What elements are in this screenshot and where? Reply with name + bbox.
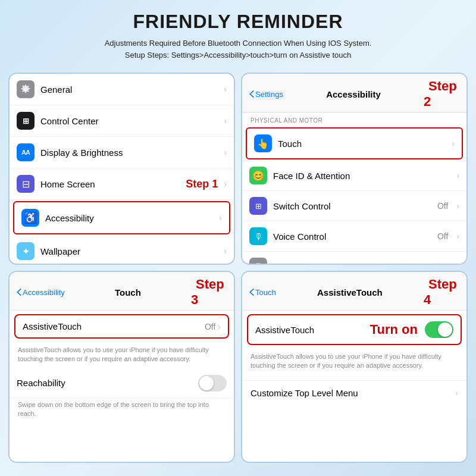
list-item[interactable]: ⊞ Control Center › — [10, 105, 234, 137]
customize-item[interactable]: Customize Top Level Menu › — [242, 380, 466, 405]
side-button-icon: ▮ — [249, 258, 267, 264]
control-center-icon: ⊞ — [17, 112, 35, 130]
settings-list-panel4: AssistiveTouch Turn on AssistiveTouch al… — [242, 311, 466, 462]
at-description: AssistiveTouch allows you to use your iP… — [10, 342, 234, 369]
assistive-touch-toggle[interactable] — [425, 321, 453, 338]
assistive-touch-on-item[interactable]: AssistiveTouch Turn on — [247, 314, 462, 345]
display-brightness-icon: AA — [17, 143, 35, 161]
page-description: Adjustments Required Before Bluetooth Co… — [12, 37, 464, 61]
list-item[interactable]: General › — [10, 74, 234, 105]
voice-control-icon: 🎙 — [249, 227, 267, 245]
list-item[interactable]: ⊞ Switch Control Off › — [242, 191, 466, 221]
panel-step1: General › ⊞ Control Center › AA Display … — [8, 73, 235, 265]
reachability-description: Swipe down on the bottom edge of the scr… — [10, 398, 234, 424]
panel-step3: Accessibility Touch Step 3 AssistiveTouc… — [8, 271, 235, 463]
assistive-touch-item[interactable]: AssistiveTouch Off › — [14, 314, 229, 339]
reachability-item[interactable]: Reachability — [10, 369, 234, 398]
touch-item[interactable]: 👆 Touch › — [246, 127, 463, 159]
face-id-icon: 😊 — [249, 167, 267, 184]
accessibility-icon: ♿ — [21, 209, 39, 227]
panel-step2: Settings Accessibility Step 2 PHYSICAL A… — [241, 73, 468, 265]
back-button[interactable]: Settings — [249, 90, 283, 99]
panel3-nav: Accessibility Touch Step 3 — [10, 272, 234, 311]
at-description-panel4: AssistiveTouch allows you to use your iP… — [242, 349, 466, 375]
panel4-nav: Touch AssistiveTouch Step 4 — [242, 272, 466, 311]
page-header: FRIENDLY REMINDER Adjustments Required B… — [0, 0, 476, 67]
settings-list-panel1: General › ⊞ Control Center › AA Display … — [10, 74, 234, 264]
panel2-nav: Settings Accessibility Step 2 — [242, 74, 466, 112]
back-button[interactable]: Touch — [249, 288, 276, 297]
list-item[interactable]: ⊟ Home Screen Step 1 › — [10, 168, 234, 200]
wallpaper-icon: ✦ — [17, 242, 35, 260]
settings-list-panel2: PHYSICAL AND MOTOR 👆 Touch › 😊 Face ID &… — [242, 112, 466, 264]
settings-list-panel3: AssistiveTouch Off › AssistiveTouch allo… — [10, 311, 234, 462]
list-item[interactable]: AA Display & Brightness › — [10, 137, 234, 168]
list-item[interactable]: 🎙 Voice Control Off › — [242, 221, 466, 252]
reachability-toggle[interactable] — [198, 375, 227, 392]
panel-step4: Touch AssistiveTouch Step 4 AssistiveTou… — [241, 271, 468, 463]
general-icon — [17, 80, 35, 98]
list-item[interactable]: ▮ Side Button › — [242, 252, 466, 264]
accessibility-item[interactable]: ♿ Accessibility › — [13, 201, 230, 234]
touch-icon: 👆 — [254, 134, 272, 152]
list-item[interactable]: ✦ Wallpaper › — [10, 236, 234, 264]
instruction-grid: General › ⊞ Control Center › AA Display … — [0, 67, 476, 471]
home-screen-icon: ⊟ — [17, 175, 35, 193]
back-button[interactable]: Accessibility — [17, 288, 65, 297]
page-title: FRIENDLY REMINDER — [12, 11, 464, 33]
switch-control-icon: ⊞ — [249, 197, 267, 215]
list-item[interactable]: 😊 Face ID & Attention › — [242, 161, 466, 191]
